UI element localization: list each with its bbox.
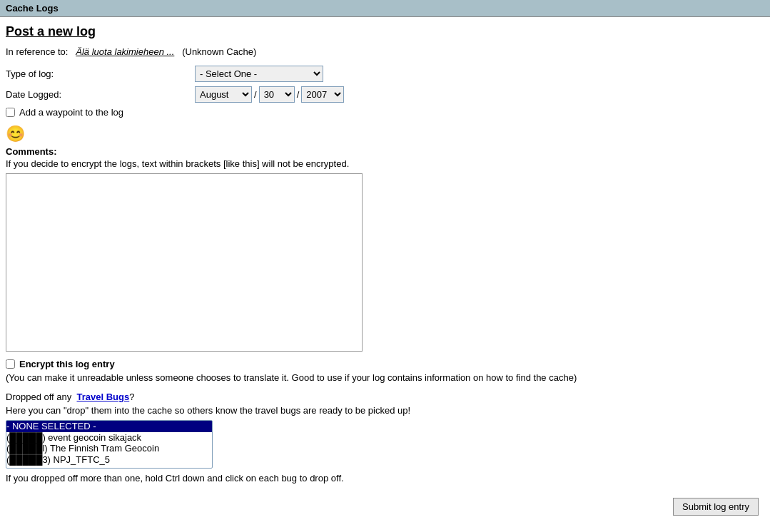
log-type-select[interactable]: - Select One - Found it Didn't find it W… bbox=[195, 66, 323, 82]
comments-label: Comments: bbox=[6, 146, 764, 157]
smiley-row: 😊 bbox=[6, 125, 764, 143]
travel-bugs-question: Dropped off any Travel Bugs? bbox=[6, 392, 764, 402]
content-area: Post a new log In reference to: Älä luot… bbox=[0, 17, 770, 523]
encrypt-label[interactable]: Encrypt this log entry bbox=[19, 359, 115, 369]
day-select[interactable]: 12345 678910 1112131415 1617181920 21222… bbox=[259, 86, 295, 103]
travel-bug-option-2[interactable]: (█████l) The Finnish Tram Geocoin bbox=[6, 443, 212, 454]
title-bar-label: Cache Logs bbox=[6, 3, 59, 14]
travel-bugs-question-label: Dropped off any bbox=[6, 392, 71, 402]
encrypt-hint: If you decide to encrypt the logs, text … bbox=[6, 158, 764, 169]
encrypt-note: (You can make it unreadable unless someo… bbox=[6, 372, 764, 383]
type-of-log-label: Type of log: bbox=[6, 68, 195, 79]
travel-bugs-hint: If you dropped off more than one, hold C… bbox=[6, 473, 764, 484]
travel-bugs-select[interactable]: - NONE SELECTED - (█████) event geocoin … bbox=[6, 420, 213, 469]
travel-bug-option-1[interactable]: (█████) event geocoin sikajack bbox=[6, 432, 212, 444]
travel-bugs-question-end: ? bbox=[129, 392, 134, 402]
title-bar: Cache Logs bbox=[0, 0, 770, 17]
submit-button[interactable]: Submit log entry bbox=[673, 498, 759, 516]
reference-label: In reference to: bbox=[6, 46, 68, 57]
travel-bugs-link[interactable]: Travel Bugs bbox=[77, 392, 130, 402]
month-select[interactable]: January February March April May June Ju… bbox=[195, 86, 252, 103]
date-logged-label: Date Logged: bbox=[6, 89, 195, 100]
date-sep-2: / bbox=[297, 89, 300, 100]
reference-cache-type: (Unknown Cache) bbox=[182, 46, 256, 57]
travel-bugs-desc: Here you can "drop" them into the cache … bbox=[6, 405, 764, 416]
reference-link[interactable]: Älä luota lakimieheen ... bbox=[76, 46, 174, 57]
date-logged-row: Date Logged: January February March Apri… bbox=[6, 86, 764, 103]
year-select[interactable]: 2005 2006 2007 2008 bbox=[301, 86, 344, 103]
submit-row: Submit log entry bbox=[6, 498, 764, 516]
date-select-group: January February March April May June Ju… bbox=[195, 86, 344, 103]
date-sep-1: / bbox=[254, 89, 257, 100]
smiley-icon[interactable]: 😊 bbox=[6, 125, 25, 143]
waypoint-row: Add a waypoint to the log bbox=[6, 107, 764, 118]
page-title: Post a new log bbox=[6, 24, 764, 39]
travel-bug-none[interactable]: - NONE SELECTED - bbox=[6, 421, 212, 432]
encrypt-row: Encrypt this log entry bbox=[6, 359, 764, 369]
waypoint-label[interactable]: Add a waypoint to the log bbox=[19, 107, 123, 118]
type-of-log-row: Type of log: - Select One - Found it Did… bbox=[6, 66, 764, 82]
reference-line: In reference to: Älä luota lakimieheen .… bbox=[6, 46, 764, 57]
waypoint-checkbox[interactable] bbox=[6, 108, 15, 117]
encrypt-checkbox[interactable] bbox=[6, 359, 15, 369]
comments-textarea[interactable] bbox=[6, 173, 363, 352]
travel-bug-option-3[interactable]: (█████3) NPJ_TFTC_5 bbox=[6, 454, 212, 466]
